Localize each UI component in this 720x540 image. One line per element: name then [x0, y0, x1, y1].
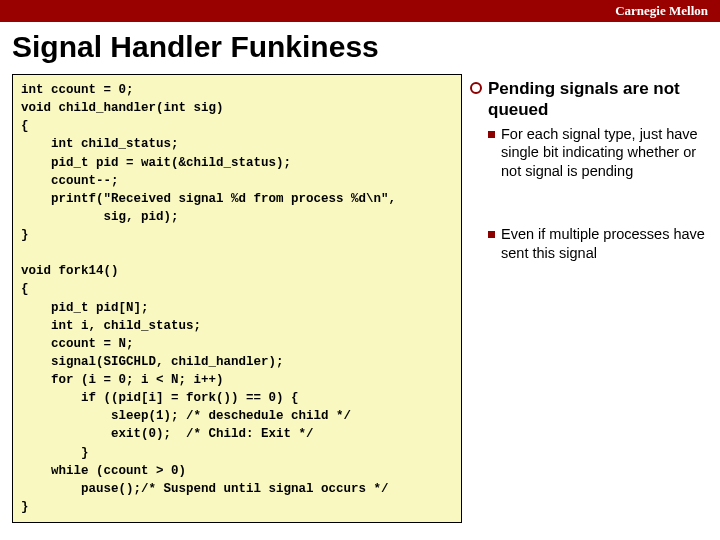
bullet-level1: Pending signals are not queued — [470, 78, 712, 121]
ring-bullet-icon — [470, 82, 482, 94]
bullet-sub-text: For each signal type, just have single b… — [501, 125, 712, 182]
slide-title: Signal Handler Funkiness — [0, 22, 720, 74]
square-bullet-icon — [488, 131, 495, 138]
brand-text: Carnegie Mellon — [615, 3, 708, 18]
brand-header: Carnegie Mellon — [0, 0, 720, 22]
bullet-main-text: Pending signals are not queued — [488, 78, 712, 121]
square-bullet-icon — [488, 231, 495, 238]
slide-content: int ccount = 0; void child_handler(int s… — [0, 74, 720, 523]
bullet-sub-text: Even if multiple processes have sent thi… — [501, 225, 712, 263]
bullet-level2: Even if multiple processes have sent thi… — [488, 225, 712, 263]
bullet-level2: For each signal type, just have single b… — [488, 125, 712, 182]
code-block: int ccount = 0; void child_handler(int s… — [12, 74, 462, 523]
bullet-pane: Pending signals are not queued For each … — [470, 74, 712, 523]
